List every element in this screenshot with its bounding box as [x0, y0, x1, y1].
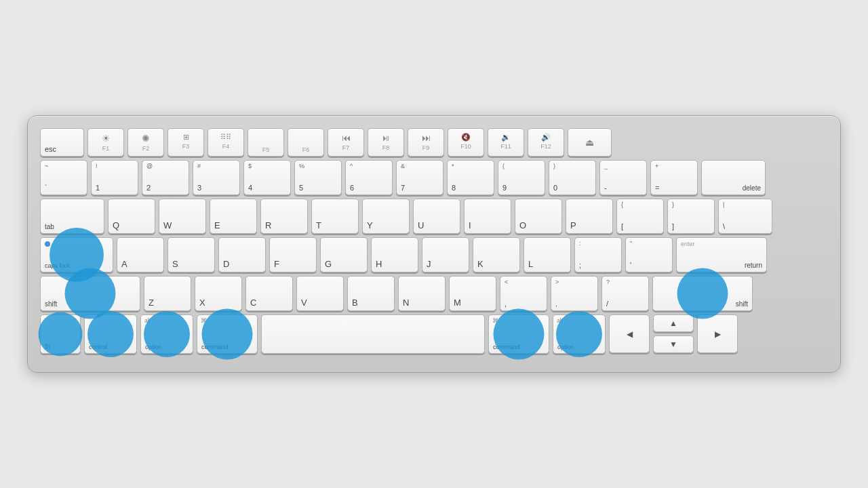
arrow-keys-group: ◀ ▲ ▼ ▶	[609, 314, 738, 354]
key-s[interactable]: S	[167, 237, 215, 272]
key-v[interactable]: V	[296, 276, 344, 311]
key-3[interactable]: # 3	[193, 160, 240, 195]
key-f9[interactable]: ⏭ F9	[408, 128, 444, 157]
key-comma[interactable]: < ,	[500, 276, 547, 311]
key-5[interactable]: % 5	[294, 160, 342, 195]
key-f6[interactable]: F6	[288, 128, 324, 157]
key-arrow-left[interactable]: ◀	[609, 314, 650, 353]
key-f[interactable]: F	[269, 237, 317, 272]
key-7[interactable]: & 7	[396, 160, 443, 195]
key-i[interactable]: I	[464, 199, 511, 234]
key-a[interactable]: A	[117, 237, 164, 272]
key-return[interactable]: enter return	[676, 237, 767, 272]
key-f5[interactable]: F5	[248, 128, 284, 157]
key-m[interactable]: M	[449, 276, 496, 311]
key-semicolon[interactable]: : ;	[574, 237, 622, 272]
key-b[interactable]: B	[347, 276, 395, 311]
key-esc[interactable]: esc	[40, 128, 84, 157]
key-space[interactable]	[261, 314, 485, 354]
key-delete[interactable]: delete	[701, 160, 766, 195]
key-z[interactable]: Z	[144, 276, 191, 311]
key-slash[interactable]: ? /	[601, 276, 649, 311]
key-arrow-up[interactable]: ▲	[653, 314, 694, 332]
key-equals[interactable]: + =	[650, 160, 698, 195]
shift-key-row: shift Z X C V B N M < , > . ? / shift	[40, 276, 828, 311]
key-q[interactable]: Q	[108, 199, 155, 234]
key-l[interactable]: L	[524, 237, 571, 272]
key-o[interactable]: O	[515, 199, 562, 234]
key-8[interactable]: * 8	[447, 160, 494, 195]
key-9[interactable]: ( 9	[498, 160, 545, 195]
number-key-row: ~ ` ! 1 @ 2 # 3 $ 4 % 5 ^ 6 & 7	[40, 160, 828, 195]
key-t[interactable]: T	[311, 199, 359, 234]
key-fn[interactable]: fn	[40, 314, 81, 354]
key-arrow-right[interactable]: ▶	[697, 314, 738, 353]
key-f1[interactable]: ☀ F1	[87, 128, 124, 157]
key-k[interactable]: K	[473, 237, 520, 272]
key-x[interactable]: X	[195, 276, 242, 311]
key-1[interactable]: ! 1	[91, 160, 138, 195]
key-y[interactable]: Y	[362, 199, 410, 234]
key-command-right[interactable]: ⌘ command	[488, 314, 549, 354]
key-p[interactable]: P	[566, 199, 613, 234]
fn-key-row: esc ☀ F1 ✺ F2 ⊞ F3 ⠿⠿ F4 F5 F6 ⏮ F7 ⏯	[40, 128, 828, 157]
key-g[interactable]: G	[320, 237, 368, 272]
key-e[interactable]: E	[210, 199, 257, 234]
key-f7[interactable]: ⏮ F7	[328, 128, 364, 157]
key-j[interactable]: J	[422, 237, 469, 272]
key-f2[interactable]: ✺ F2	[127, 128, 164, 157]
key-h[interactable]: H	[371, 237, 418, 272]
key-lbracket[interactable]: { [	[616, 199, 664, 234]
key-0[interactable]: ) 0	[549, 160, 596, 195]
key-period[interactable]: > .	[551, 276, 598, 311]
key-f8[interactable]: ⏯ F8	[368, 128, 404, 157]
key-2[interactable]: @ 2	[142, 160, 189, 195]
key-4[interactable]: $ 4	[243, 160, 291, 195]
key-caps-lock[interactable]: caps lock	[40, 237, 113, 272]
key-f3[interactable]: ⊞ F3	[167, 128, 204, 157]
key-shift-right[interactable]: shift	[652, 276, 753, 311]
key-tilde[interactable]: ~ `	[40, 160, 87, 195]
home-key-row: caps lock A S D F G H J K L : ; " ' ente…	[40, 237, 828, 272]
key-c[interactable]: C	[245, 276, 293, 311]
key-6[interactable]: ^ 6	[345, 160, 393, 195]
key-f12[interactable]: 🔊 F12	[528, 128, 564, 157]
key-w[interactable]: W	[159, 199, 206, 234]
key-rbracket[interactable]: } ]	[667, 199, 715, 234]
arrow-up-down: ▲ ▼	[653, 314, 694, 353]
key-command-left[interactable]: ⌘ command	[197, 314, 258, 354]
key-minus[interactable]: _ -	[599, 160, 647, 195]
key-u[interactable]: U	[413, 199, 460, 234]
qwerty-key-row: tab Q W E R T Y U I O P { [ } ] | \	[40, 199, 828, 234]
key-shift-left[interactable]: shift	[40, 276, 140, 311]
key-option-right[interactable]: alt option	[553, 314, 606, 354]
key-r[interactable]: R	[260, 199, 308, 234]
bottom-key-row: fn control alt option ⌘ command ⌘ comman…	[40, 314, 828, 354]
key-control[interactable]: control	[84, 314, 137, 354]
key-backslash[interactable]: | \	[718, 199, 772, 234]
key-f11[interactable]: 🔉 F11	[488, 128, 524, 157]
keyboard: esc ☀ F1 ✺ F2 ⊞ F3 ⠿⠿ F4 F5 F6 ⏮ F7 ⏯	[27, 115, 841, 373]
key-n[interactable]: N	[398, 276, 446, 311]
arrow-top-row: ◀ ▲ ▼ ▶	[609, 314, 738, 353]
key-f10[interactable]: 🔇 F10	[448, 128, 484, 157]
key-eject[interactable]: ⏏	[568, 128, 612, 157]
key-arrow-down[interactable]: ▼	[653, 336, 694, 353]
key-quote[interactable]: " '	[625, 237, 673, 272]
key-option-left[interactable]: alt option	[140, 314, 193, 354]
key-d[interactable]: D	[218, 237, 266, 272]
key-f4[interactable]: ⠿⠿ F4	[208, 128, 244, 157]
